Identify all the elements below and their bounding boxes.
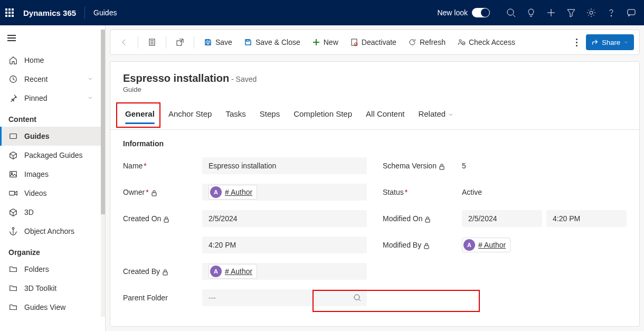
share-button[interactable]: Share — [586, 34, 634, 50]
refresh-button[interactable]: Refresh — [404, 34, 450, 51]
field-created-on: Created On 2/5/2024 — [123, 208, 367, 229]
filter-icon[interactable] — [566, 7, 576, 18]
svg-point-32 — [354, 295, 359, 300]
modifiedby-chip[interactable]: A # Author — [462, 238, 510, 252]
svg-rect-29 — [152, 193, 156, 196]
save-button[interactable]: Save — [200, 34, 236, 51]
sidebar-item-label: Videos — [24, 189, 47, 197]
field-modified-by: Modified By A # Author — [383, 234, 627, 256]
createdby-chip[interactable]: A # Author — [209, 264, 257, 279]
sidebar-item-label: Guides View — [24, 303, 65, 311]
field-created-by: Created By A # Author — [123, 261, 367, 282]
main-area: Save Save & Close New Deactivate Refresh… — [106, 25, 644, 331]
record-title: Espresso installation — [123, 72, 229, 84]
chevron-down-icon[interactable] — [87, 75, 93, 83]
folder-icon — [8, 264, 18, 274]
sidebar-item-packaged-guides[interactable]: Packaged Guides — [0, 146, 101, 165]
sidebar-item-3d-toolkit[interactable]: 3D Toolkit — [0, 279, 101, 298]
sidebar-item-pinned[interactable]: Pinned — [0, 89, 101, 108]
svg-rect-9 — [10, 134, 17, 139]
plus-icon[interactable] — [546, 7, 556, 18]
lock-icon — [151, 190, 157, 196]
sidebar-item-object-anchors[interactable]: Object Anchors — [0, 222, 101, 241]
sidebar-item-home[interactable]: Home — [0, 51, 101, 70]
field-status: Status* Active — [383, 182, 627, 203]
left-nav: Home Recent Pinned Content Guides — [0, 25, 106, 331]
help-icon[interactable] — [606, 7, 617, 18]
search-icon[interactable] — [353, 294, 362, 302]
name-input[interactable]: Espresso installation — [202, 157, 367, 174]
new-look-label: New look — [437, 8, 468, 17]
sidebar-item-3d[interactable]: 3D — [0, 203, 101, 222]
owner-chip[interactable]: A # Author — [209, 185, 257, 200]
sidebar-item-folders[interactable]: Folders — [0, 260, 101, 279]
sidebar-item-images[interactable]: Images — [0, 165, 101, 184]
open-record-set-button[interactable] — [144, 34, 160, 51]
svg-point-13 — [12, 228, 14, 230]
tab-completion-step[interactable]: Completion Step — [291, 104, 354, 129]
createdby-lookup: A # Author — [202, 263, 367, 280]
status-value: Active — [462, 184, 627, 201]
lock-icon — [162, 269, 168, 275]
svg-point-5 — [590, 11, 593, 14]
gear-icon[interactable] — [586, 7, 596, 18]
record-form: Espresso installation - Saved Guide Gene… — [110, 61, 640, 327]
record-state: - Saved — [231, 75, 257, 83]
tab-related[interactable]: Related — [416, 104, 456, 129]
folder-icon — [8, 302, 18, 312]
pin-icon — [8, 93, 18, 103]
video-icon — [8, 188, 18, 198]
svg-rect-20 — [206, 43, 210, 45]
tab-all-content[interactable]: All Content — [364, 104, 406, 129]
tab-general[interactable]: General — [123, 104, 157, 129]
sidebar-item-label: Packaged Guides — [24, 151, 83, 159]
sidebar-item-label: Pinned — [24, 94, 48, 102]
record-entity: Guide — [123, 86, 627, 93]
tab-tasks[interactable]: Tasks — [223, 104, 248, 129]
new-button[interactable]: New — [308, 34, 343, 51]
tab-anchor-step[interactable]: Anchor Step — [166, 104, 214, 129]
hamburger-icon[interactable] — [3, 30, 20, 46]
svg-rect-34 — [440, 166, 444, 169]
modifiedon-date: 2/5/2024 — [462, 210, 542, 227]
lock-icon — [424, 216, 431, 222]
home-icon — [8, 55, 18, 65]
sidebar-item-guides-view[interactable]: Guides View — [0, 298, 101, 317]
createdon-time: 4:20 PM — [202, 237, 367, 253]
sidebar-item-guides[interactable]: Guides — [0, 127, 101, 146]
folder-icon — [8, 283, 18, 293]
sidebar-scrollbar[interactable] — [101, 30, 105, 317]
field-owner: Owner* A # Author — [123, 182, 367, 203]
svg-line-26 — [355, 43, 357, 45]
new-look-toggle[interactable]: New look — [437, 8, 490, 17]
toggle-switch-icon[interactable] — [472, 8, 490, 17]
chevron-down-icon[interactable] — [87, 94, 93, 102]
modifiedon-time: 4:20 PM — [546, 210, 627, 227]
deactivate-button[interactable]: Deactivate — [346, 34, 401, 51]
anchor-icon — [8, 226, 18, 236]
owner-lookup[interactable]: A # Author — [202, 184, 367, 201]
back-button[interactable] — [116, 34, 132, 51]
lightbulb-icon[interactable] — [526, 7, 536, 18]
field-created-on-time: 4:20 PM — [123, 234, 367, 256]
overflow-menu-icon[interactable] — [571, 39, 583, 46]
sidebar-item-recent[interactable]: Recent — [0, 70, 101, 89]
app-area-label[interactable]: Guides — [93, 8, 117, 17]
svg-rect-36 — [424, 245, 429, 249]
chat-icon[interactable] — [626, 7, 637, 18]
sidebar-item-label: Recent — [24, 75, 48, 83]
svg-line-33 — [359, 299, 361, 301]
popout-button[interactable] — [172, 34, 188, 51]
app-launcher-icon[interactable] — [4, 7, 15, 18]
sidebar-item-label: Home — [24, 56, 44, 64]
check-access-button[interactable]: Check Access — [453, 34, 519, 51]
svg-point-28 — [462, 42, 465, 45]
schema-value: 5 — [462, 157, 627, 174]
tab-steps[interactable]: Steps — [258, 104, 282, 129]
parent-folder-lookup[interactable]: --- — [202, 289, 367, 306]
save-close-button[interactable]: Save & Close — [240, 34, 305, 51]
svg-rect-31 — [163, 272, 167, 275]
search-icon[interactable] — [506, 7, 516, 18]
sidebar-item-label: Guides — [24, 132, 49, 140]
sidebar-item-videos[interactable]: Videos — [0, 184, 101, 203]
